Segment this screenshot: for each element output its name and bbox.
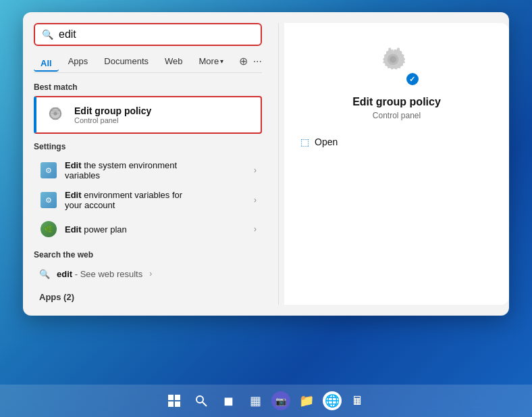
open-icon: ⬚ [300, 137, 309, 147]
right-pane-subtitle: Control panel [373, 111, 421, 120]
search-panel: 🔍 All Apps Documents Web More ▾ ⊕ ··· Be… [23, 12, 509, 316]
checkmark-badge: ✓ [405, 72, 420, 87]
search-icon: 🔍 [42, 29, 53, 40]
tab-more[interactable]: More ▾ [192, 54, 231, 68]
power-plan-icon: 🌿 [39, 220, 58, 239]
settings-label: Settings [34, 142, 262, 151]
env-vars-icon: ⚙ [39, 161, 58, 180]
settings-item-3-text: Edit power plan [65, 224, 247, 235]
tab-documents[interactable]: Documents [97, 54, 155, 68]
chevron-right-icon-1: › [254, 166, 257, 175]
taskbar-search[interactable] [190, 390, 212, 412]
right-pane-icon: ✓ [373, 39, 421, 88]
best-match-label: Best match [34, 82, 262, 92]
settings-item-2-text: Edit environment variables foryour accou… [65, 190, 247, 210]
taskbar-teams[interactable]: 📷 [271, 391, 290, 410]
taskbar-edge[interactable]: 🌐 [323, 391, 342, 410]
search-web-icon: 🔍 [39, 268, 50, 279]
share-icon[interactable]: ⊕ [239, 55, 248, 68]
left-pane: 🔍 All Apps Documents Web More ▾ ⊕ ··· Be… [23, 23, 273, 305]
svg-rect-5 [168, 395, 174, 400]
taskbar-start[interactable] [163, 390, 185, 412]
right-pane: ✓ Edit group policy Control panel ⬚ Open [284, 23, 509, 305]
best-match-icon [43, 103, 68, 127]
svg-point-4 [390, 56, 396, 63]
svg-rect-7 [168, 401, 174, 407]
open-label: Open [315, 137, 338, 147]
best-match-text: Edit group policy Control panel [74, 105, 151, 124]
taskbar-explorer[interactable]: 📁 [296, 390, 317, 412]
best-match-item[interactable]: Edit group policy Control panel [34, 96, 262, 134]
svg-rect-8 [175, 401, 180, 407]
taskbar: ◼ ▦ 📷 📁 🌐 🖩 [0, 385, 532, 417]
open-button[interactable]: ⬚ Open [295, 134, 343, 150]
settings-item-1[interactable]: ⚙ Edit the system environmentvariables › [34, 155, 262, 185]
chevron-down-icon: ▾ [220, 57, 223, 65]
chevron-right-icon-web: › [149, 269, 152, 278]
taskbar-widgets[interactable]: ▦ [244, 390, 266, 412]
svg-rect-6 [175, 395, 180, 400]
settings-list: ⚙ Edit the system environmentvariables ›… [34, 155, 262, 243]
chevron-right-icon-3: › [254, 224, 257, 234]
taskbar-taskview[interactable]: ◼ [217, 390, 239, 412]
search-input[interactable] [59, 28, 254, 41]
right-pane-title: Edit group policy [352, 96, 441, 108]
tab-apps[interactable]: Apps [61, 54, 95, 68]
web-search-item[interactable]: 🔍 edit - See web results › [34, 264, 262, 284]
svg-point-2 [54, 112, 57, 116]
settings-item-1-text: Edit the system environmentvariables [65, 160, 247, 180]
chevron-right-icon-2: › [254, 195, 257, 205]
search-bar[interactable]: 🔍 [34, 23, 262, 46]
tabs-bar: All Apps Documents Web More ▾ ⊕ ··· [34, 54, 262, 73]
svg-line-10 [203, 402, 207, 406]
taskbar-calculator[interactable]: 🖩 [347, 390, 369, 412]
web-search-text: edit - See web results [57, 269, 142, 279]
tab-all[interactable]: All [34, 56, 59, 72]
apps-count: Apps (2) [34, 289, 262, 305]
web-search-label: Search the web [34, 250, 262, 260]
settings-item-2[interactable]: ⚙ Edit environment variables foryour acc… [34, 185, 262, 215]
pane-divider [278, 23, 279, 305]
tabs-right-actions: ⊕ ··· [239, 55, 262, 68]
more-options-icon[interactable]: ··· [253, 55, 262, 68]
settings-item-3[interactable]: 🌿 Edit power plan › [34, 215, 262, 243]
env-vars-account-icon: ⚙ [39, 191, 58, 210]
svg-point-9 [196, 396, 203, 403]
tab-web[interactable]: Web [158, 54, 190, 68]
